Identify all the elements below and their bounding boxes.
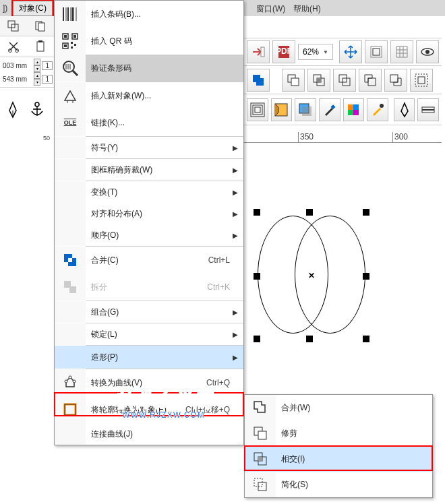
submenu-weld[interactable]: 合并(W) <box>245 395 432 420</box>
svg-rect-25 <box>317 78 321 82</box>
weld-shape-icon[interactable] <box>247 69 270 92</box>
intersect-shape-icon[interactable] <box>307 69 330 92</box>
submenu-simplify[interactable]: 简化(S) <box>245 472 432 497</box>
menu-insert-new-object[interactable]: 插入新对象(W)... <box>55 82 243 109</box>
simplify-shape-icon[interactable] <box>333 69 356 92</box>
submenu-intersect[interactable]: 相交(I) <box>245 446 432 472</box>
pen-tool-icon[interactable] <box>1 98 24 121</box>
height-prop: 543 mm ▴▾ 1 <box>1 72 53 86</box>
selection-handle[interactable] <box>254 273 260 280</box>
ellipse-right[interactable] <box>295 216 365 334</box>
selection-center: ✕ <box>308 271 315 280</box>
menu-powerclip[interactable]: 图框精确剪裁(W) ▶ <box>55 159 243 181</box>
clone-icon[interactable] <box>7 20 20 33</box>
menu-convert-to-curves[interactable]: 转换为曲线(V) Ctrl+Q <box>55 369 243 396</box>
weld-icon <box>252 400 268 416</box>
svg-rect-28 <box>368 78 376 86</box>
spin-up[interactable]: ▴ <box>34 72 40 79</box>
menu-symbol[interactable]: 符号(Y) ▶ <box>55 137 243 158</box>
menu-insert-barcode[interactable]: 插入条码(B)... <box>55 1 243 28</box>
outline-to-obj-icon <box>62 402 78 418</box>
menu-group[interactable]: 组合(G) ▶ <box>55 301 243 323</box>
selection-handle[interactable] <box>306 336 313 342</box>
svg-rect-37 <box>302 106 312 116</box>
color-eyedrop-icon[interactable] <box>367 98 388 121</box>
left-tool-palette <box>1 98 53 121</box>
menu-join-curves[interactable]: 连接曲线(J) <box>55 423 243 445</box>
svg-rect-55 <box>64 35 67 38</box>
ole-icon: OLE <box>64 119 77 126</box>
svg-rect-76 <box>65 404 76 415</box>
svg-point-18 <box>425 50 429 54</box>
window-menu[interactable]: 窗口(W) <box>256 3 285 15</box>
svg-text:PDF: PDF <box>276 46 291 56</box>
trim-shape-icon[interactable] <box>282 69 305 92</box>
svg-rect-56 <box>73 35 76 38</box>
toolbar-2 <box>244 66 442 94</box>
menu-shaping[interactable]: 造形(P) ▶ <box>55 346 243 369</box>
chevron-down-icon: ▼ <box>323 49 328 55</box>
chevron-right-icon: ▶ <box>233 354 238 361</box>
svg-rect-33 <box>253 105 262 115</box>
eyedropper-icon[interactable] <box>319 98 340 121</box>
chevron-right-icon: ▶ <box>233 232 238 239</box>
svg-rect-57 <box>64 44 67 47</box>
contour-icon[interactable] <box>247 98 268 121</box>
shadow-icon[interactable] <box>295 98 316 121</box>
svg-point-9 <box>35 102 39 106</box>
svg-rect-16 <box>373 49 380 55</box>
snap-icon[interactable] <box>365 40 388 63</box>
svg-rect-20 <box>256 78 264 86</box>
export-arrow-icon[interactable] <box>247 40 270 63</box>
truncated-menu: ]) <box>0 3 10 13</box>
menu-validate-barcode[interactable]: 验证条形码 <box>55 55 243 82</box>
selection-handle[interactable] <box>363 273 369 280</box>
selection-handle[interactable] <box>254 336 260 342</box>
pixel-preview-icon[interactable] <box>343 98 365 121</box>
svg-rect-42 <box>353 110 359 115</box>
spin-up[interactable]: ▴ <box>34 59 40 65</box>
menu-outline-to-object[interactable]: 将轮廓转换为对象(E) Ctrl+位移+Q <box>55 396 243 423</box>
pen-icon[interactable] <box>394 98 415 121</box>
trim-icon <box>252 425 268 441</box>
selection-handle[interactable] <box>363 336 369 342</box>
menu-lock[interactable]: 锁定(L) ▶ <box>55 323 243 345</box>
new-object-icon <box>61 87 79 104</box>
menu-transform[interactable]: 变换(T) ▶ <box>55 181 243 203</box>
back-minus-icon[interactable] <box>384 69 407 92</box>
svg-rect-31 <box>418 77 425 84</box>
selection-handle[interactable] <box>254 209 260 216</box>
menu-order[interactable]: 顺序(O) ▶ <box>55 224 243 246</box>
grid-icon[interactable] <box>390 40 413 63</box>
spin-down[interactable]: ▾ <box>34 65 40 72</box>
outline-pen-icon[interactable] <box>417 98 439 121</box>
svg-rect-41 <box>348 110 353 115</box>
menu-align[interactable]: 对齐和分布(A) ▶ <box>55 203 243 224</box>
cut-icon[interactable] <box>7 40 20 53</box>
chevron-right-icon: ▶ <box>233 189 238 196</box>
selection-handle[interactable] <box>363 209 369 216</box>
object-menu-button[interactable]: 对象(C) <box>13 1 53 16</box>
menu-links[interactable]: OLE 链接(K)... <box>55 109 243 136</box>
paste-icon[interactable] <box>34 40 47 53</box>
boundary-icon[interactable] <box>410 69 433 92</box>
spin-down[interactable]: ▾ <box>34 79 40 86</box>
front-minus-icon[interactable] <box>359 69 382 92</box>
svg-rect-60 <box>71 46 73 49</box>
bevel-icon[interactable] <box>271 98 293 121</box>
help-menu[interactable]: 帮助(H) <box>293 3 321 15</box>
eye-icon[interactable] <box>416 40 439 63</box>
menu-insert-qr[interactable]: 插入 QR 码 <box>55 28 243 55</box>
move-icon[interactable] <box>339 40 362 63</box>
pdf-icon[interactable]: PDF <box>272 40 295 63</box>
selection-handle[interactable] <box>306 209 313 216</box>
menu-combine[interactable]: 合并(C) Ctrl+L <box>55 247 243 274</box>
submenu-trim[interactable]: 修剪 <box>245 420 432 446</box>
copy-icon[interactable] <box>34 20 47 33</box>
qr-icon <box>61 32 80 51</box>
anchor-icon[interactable] <box>26 98 49 121</box>
chevron-right-icon: ▶ <box>233 210 238 218</box>
svg-rect-7 <box>38 40 42 42</box>
zoom-select[interactable]: 62%▼ <box>298 44 333 60</box>
break-icon <box>62 279 78 295</box>
